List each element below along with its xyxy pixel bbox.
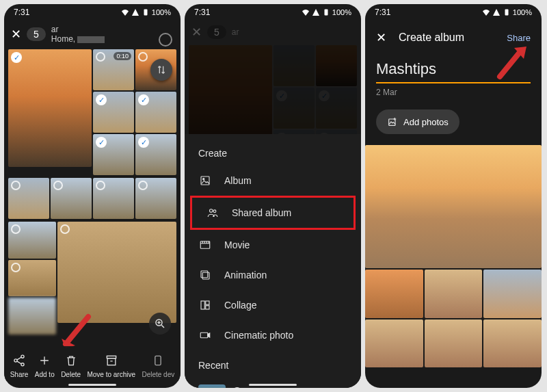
check-icon[interactable]: ✓ bbox=[138, 137, 149, 148]
location-label: Home, bbox=[51, 34, 105, 44]
svg-rect-8 bbox=[324, 10, 328, 16]
create-album-toolbar: ✕ Create album Share bbox=[365, 21, 542, 55]
redacted-text bbox=[77, 36, 105, 43]
zoom-icon[interactable] bbox=[149, 313, 171, 335]
select-circle[interactable] bbox=[53, 181, 63, 190]
status-icons: 100% bbox=[121, 8, 171, 16]
archive-button[interactable]: Move to archive bbox=[87, 353, 135, 378]
photo-thumb[interactable]: ✓ bbox=[135, 92, 176, 133]
select-circle[interactable] bbox=[60, 224, 70, 234]
sort-fab[interactable] bbox=[150, 59, 172, 81]
add-to-label: Add to bbox=[35, 371, 55, 378]
shared-album-icon bbox=[206, 206, 219, 220]
select-all-circle[interactable] bbox=[159, 33, 172, 47]
photo-thumb[interactable] bbox=[8, 178, 49, 219]
svg-point-10 bbox=[203, 179, 204, 180]
nav-pill[interactable] bbox=[68, 384, 116, 386]
photo-thumb[interactable] bbox=[425, 270, 483, 318]
svg-point-12 bbox=[213, 210, 216, 213]
photo-thumb[interactable] bbox=[425, 319, 483, 368]
album-date: 2 Mar bbox=[376, 88, 531, 97]
photo-thumb[interactable]: 0:10 bbox=[93, 49, 134, 90]
item-label: Album bbox=[224, 175, 252, 186]
album-photos bbox=[365, 145, 542, 367]
share-button[interactable]: Share bbox=[507, 33, 531, 43]
create-collage-item[interactable]: Collage bbox=[185, 290, 361, 320]
create-sheet: Create Album Shared album Movie Animatio… bbox=[185, 134, 361, 388]
delete-button[interactable]: Delete bbox=[61, 353, 81, 378]
create-cinematic-item[interactable]: Cinematic photo bbox=[185, 320, 361, 350]
svg-rect-18 bbox=[206, 306, 209, 309]
select-circle[interactable] bbox=[138, 181, 148, 190]
select-circle[interactable] bbox=[96, 52, 105, 62]
recent-thumb bbox=[198, 384, 226, 388]
selection-count: 5 bbox=[27, 27, 46, 41]
photo-thumb[interactable] bbox=[93, 178, 134, 219]
create-movie-item[interactable]: Movie bbox=[185, 230, 361, 260]
photo-thumb[interactable] bbox=[8, 298, 56, 335]
photo-thumb[interactable]: ✓ bbox=[93, 92, 134, 133]
select-circle[interactable] bbox=[138, 52, 148, 62]
photo-thumb[interactable] bbox=[483, 319, 542, 368]
close-icon[interactable]: ✕ bbox=[376, 30, 386, 45]
photo-thumb[interactable] bbox=[57, 222, 176, 323]
photo-thumb[interactable] bbox=[8, 222, 56, 259]
plus-icon bbox=[37, 353, 52, 368]
select-circle[interactable] bbox=[96, 181, 105, 190]
share-button[interactable]: Share bbox=[10, 353, 29, 378]
photo-thumb[interactable] bbox=[365, 319, 423, 368]
highlight-box: Shared album bbox=[190, 196, 356, 230]
check-icon[interactable]: ✓ bbox=[96, 94, 107, 105]
status-bar: 7:31 100% bbox=[4, 4, 181, 21]
archive-icon bbox=[104, 353, 119, 368]
delete-device-label: Delete dev bbox=[142, 371, 174, 378]
photo-thumb[interactable] bbox=[8, 260, 56, 297]
share-label: Share bbox=[10, 371, 29, 378]
svg-rect-9 bbox=[201, 177, 209, 185]
create-heading: Create bbox=[185, 144, 361, 166]
check-icon[interactable]: ✓ bbox=[11, 52, 22, 63]
status-icons: 100% bbox=[302, 8, 351, 16]
album-title-input[interactable]: Mashtips bbox=[376, 60, 531, 83]
item-label: Movie bbox=[224, 239, 250, 250]
delete-label: Delete bbox=[61, 371, 81, 378]
album-icon bbox=[198, 174, 212, 187]
create-animation-item[interactable]: Animation bbox=[185, 260, 361, 290]
create-album-item[interactable]: Album bbox=[185, 166, 361, 196]
close-icon[interactable]: ✕ bbox=[11, 27, 21, 42]
delete-device-button[interactable]: Delete dev bbox=[142, 353, 174, 378]
select-circle[interactable] bbox=[11, 181, 21, 190]
photo-thumb[interactable]: ✓ bbox=[8, 49, 92, 167]
device-icon bbox=[150, 353, 165, 368]
photo-grid-row bbox=[4, 177, 181, 220]
photo-thumb[interactable]: ✓ bbox=[135, 134, 176, 175]
recent-heading: Recent bbox=[185, 356, 361, 378]
add-to-button[interactable]: Add to bbox=[35, 353, 55, 378]
svg-rect-14 bbox=[202, 272, 209, 279]
add-photos-button[interactable]: Add photos bbox=[376, 109, 459, 134]
photo-grid bbox=[365, 270, 542, 367]
svg-rect-17 bbox=[206, 301, 209, 304]
check-icon[interactable]: ✓ bbox=[96, 137, 107, 148]
select-circle[interactable] bbox=[11, 224, 21, 234]
phone-screen-2: 7:31 100% ✕ 5 ar ✓✓ ✓✓ Create Album bbox=[185, 4, 361, 388]
status-time: 7:31 bbox=[194, 8, 210, 17]
photo-thumb[interactable] bbox=[51, 178, 92, 219]
recent-album-item[interactable]: Scenery 9 Feb 2020 – 31 May 2023 bbox=[185, 378, 361, 388]
photo-thumb[interactable]: ✓ bbox=[93, 134, 134, 175]
status-icons: 100% bbox=[482, 8, 532, 16]
status-bar: 7:31 100% bbox=[365, 4, 542, 21]
create-shared-album-item[interactable]: Shared album bbox=[192, 198, 353, 228]
date-label: ar bbox=[51, 25, 105, 34]
item-label: Cinematic photo bbox=[224, 330, 293, 341]
hero-photo[interactable] bbox=[365, 145, 542, 268]
item-label: Shared album bbox=[232, 207, 291, 218]
check-icon[interactable]: ✓ bbox=[138, 94, 149, 105]
select-circle[interactable] bbox=[11, 263, 21, 272]
nav-pill[interactable] bbox=[249, 384, 297, 386]
album-body: Mashtips 2 Mar Add photos bbox=[365, 55, 542, 140]
photo-thumb[interactable] bbox=[365, 270, 423, 318]
photo-thumb[interactable] bbox=[135, 178, 176, 219]
status-time: 7:31 bbox=[375, 8, 390, 17]
photo-thumb[interactable] bbox=[483, 270, 542, 318]
